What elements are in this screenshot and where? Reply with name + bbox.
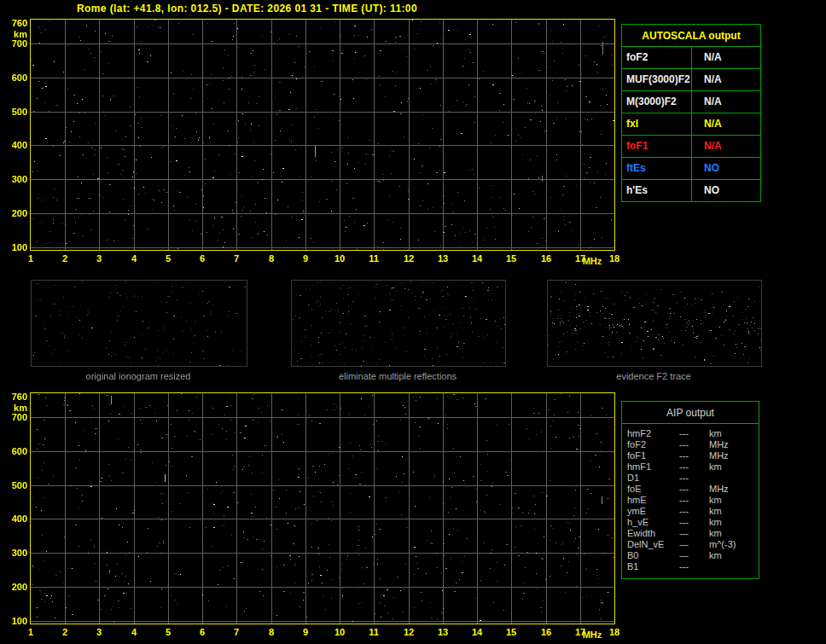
aip-param-value: --- [679,528,709,539]
ionogram-plot-top [30,19,615,251]
autoscala-table-row: h'EsNO [622,179,760,201]
aip-table-header: AIP output [622,402,759,424]
x-tick-label: 5 [155,253,181,264]
aip-param-unit: km [709,506,759,517]
y-tick-label: 400 [2,140,27,150]
aip-param-value: --- [679,495,709,506]
aip-param-name: foE [627,484,679,495]
autoscala-window: Rome (lat: +41.8, lon: 012.5) - DATE: 20… [0,0,826,644]
y-tick-label: 500 [2,107,27,117]
x-tick-label: 6 [189,253,215,264]
processing-step-thumbnail [547,280,762,367]
aip-param-name: foF2 [627,439,679,450]
x-tick-label: 16 [533,253,559,264]
x-tick-label: 12 [396,627,422,637]
x-tick-label: 14 [464,253,490,264]
thumbnail-caption: evidence F2 trace [616,371,690,381]
y-tick-label: 760 [2,18,27,28]
thumbnail-canvas [32,281,247,366]
x-tick-label: 7 [224,627,249,637]
aip-param-name: foF1 [627,450,679,461]
aip-param-value: --- [679,517,709,528]
x-tick-label: 1 [18,627,44,637]
station-date-title: Rome (lat: +41.8, lon: 012.5) - DATE: 20… [77,3,417,15]
x-tick-label: 18 [602,627,627,637]
aip-table-row: foF1---MHz [622,450,759,461]
aip-param-name: D1 [627,473,679,484]
x-tick-label: 9 [293,253,318,264]
autoscala-param-value: NO [692,158,760,179]
aip-param-name: ymE [627,506,679,517]
aip-table-row: hmF1---km [622,461,759,473]
autoscala-param-value: N/A [692,47,760,68]
aip-param-unit: km [709,428,759,439]
aip-table-row: hmF2---km [622,428,759,439]
aip-param-unit: km [709,528,759,539]
x-tick-label: 4 [121,627,147,637]
y-tick-label: 300 [2,548,27,558]
aip-table-row: B1--- [622,561,759,572]
x-tick-label: 18 [602,253,627,264]
x-tick-label: 8 [259,253,284,264]
x-tick-label: 11 [361,627,387,637]
y-tick-label: 600 [2,446,27,456]
aip-param-value: --- [679,550,709,561]
aip-table-row: ymE---km [622,506,759,517]
y-tick-label: 500 [2,480,27,490]
aip-param-name: Ewidth [627,528,679,539]
aip-param-name: DelN_vE [627,539,679,550]
aip-param-name: hmF2 [627,428,679,439]
y-tick-label: 300 [2,174,27,184]
aip-param-unit: km [709,495,759,506]
autoscala-param-value: N/A [692,69,760,90]
x-tick-label: 16 [533,627,559,637]
aip-param-unit [709,561,759,572]
aip-param-name: B1 [627,561,679,572]
autoscala-table-row: foF1N/A [622,135,760,157]
aip-table-row: foE---MHz [622,484,759,495]
y-tick-label: 100 [2,616,27,626]
aip-param-unit: MHz [709,450,759,461]
autoscala-param-value: NO [692,180,760,201]
aip-param-value: --- [679,461,709,473]
aip-output-table: AIP output hmF2---kmfoF2---MHzfoF1---MHz… [621,401,759,579]
aip-table-row: B0---km [622,550,759,561]
autoscala-table-row: ftEsNO [622,157,760,179]
aip-table-row: hmE---km [622,495,759,506]
autoscala-param-label: h'Es [622,180,692,201]
thumbnail-canvas [548,281,761,366]
y-tick-label: 200 [2,582,27,592]
aip-param-unit: m^(-3) [709,539,759,550]
aip-table-row: DelN_vE---m^(-3) [622,539,759,550]
x-axis-unit-label: MHz [579,629,605,640]
aip-param-unit: MHz [709,484,759,495]
thumbnail-caption: original ionogram resized [86,371,191,381]
x-tick-label: 2 [52,253,78,264]
y-tick-label: 100 [2,242,27,252]
aip-param-unit: km [709,461,759,473]
aip-table-rows: hmF2---kmfoF2---MHzfoF1---MHzhmF1---kmD1… [622,424,759,572]
x-tick-label: 10 [327,627,352,637]
y-tick-label: 200 [2,208,27,218]
x-tick-label: 4 [121,253,147,264]
x-tick-label: 5 [155,627,181,637]
aip-param-value: --- [679,439,709,450]
aip-param-name: h_vE [627,517,679,528]
x-tick-label: 11 [361,253,387,264]
processing-step-thumbnail [291,280,506,367]
x-tick-label: 6 [189,627,215,637]
x-tick-label: 13 [430,253,456,264]
aip-table-row: foF2---MHz [622,439,759,450]
y-tick-label: 700 [2,38,27,49]
processing-step-thumbnail [31,280,247,367]
autoscala-table-rows: foF2N/AMUF(3000)F2N/AM(3000)F2N/AfxIN/Af… [622,47,760,201]
x-axis-unit-label: MHz [579,256,605,266]
x-tick-label: 3 [86,627,112,637]
autoscala-param-label: foF2 [622,47,692,68]
x-tick-label: 14 [464,627,490,637]
y-tick-label: 700 [2,412,27,422]
autoscala-param-label: M(3000)F2 [622,91,692,113]
aip-param-value: --- [679,506,709,517]
aip-param-unit: km [709,517,759,528]
aip-table-row: h_vE---km [622,517,759,528]
